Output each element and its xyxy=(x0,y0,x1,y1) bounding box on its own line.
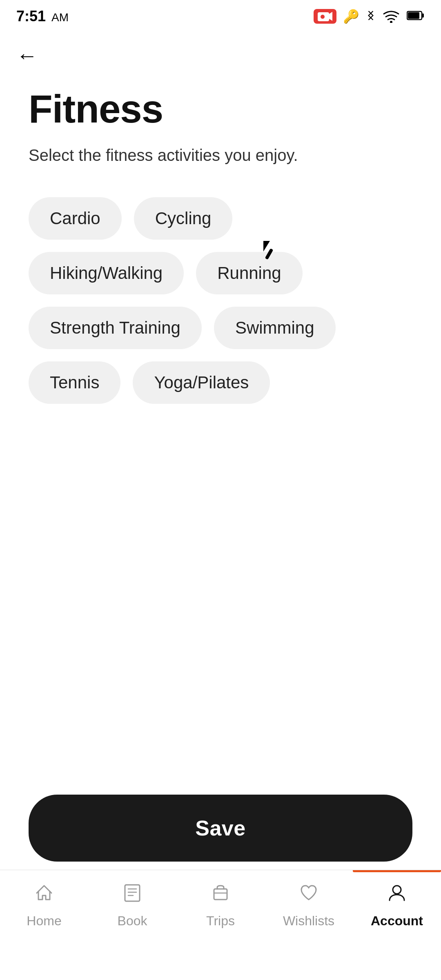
bluetooth-icon xyxy=(366,8,376,24)
svg-rect-5 xyxy=(422,13,424,18)
wishlists-icon xyxy=(298,882,319,909)
nav-label-account: Account xyxy=(371,913,423,929)
back-button[interactable]: ← xyxy=(0,33,441,78)
book-icon xyxy=(122,882,143,909)
trips-icon xyxy=(210,882,231,909)
nav-item-account[interactable]: Account xyxy=(353,882,441,929)
activity-chip-cycling[interactable]: Cycling xyxy=(134,197,233,240)
activity-chip-yoga[interactable]: Yoga/Pilates xyxy=(133,361,270,404)
camera-icon xyxy=(314,9,336,24)
status-bar: 7:51 AM 🔑 xyxy=(0,0,441,33)
activity-chip-swimming[interactable]: Swimming xyxy=(214,307,336,349)
home-icon xyxy=(33,882,55,909)
status-icons: 🔑 xyxy=(314,8,425,24)
save-button[interactable]: Save xyxy=(29,795,412,862)
activity-chip-tennis[interactable]: Tennis xyxy=(29,361,120,404)
bottom-nav: Home Book Trips Wishlis xyxy=(0,870,441,980)
key-icon: 🔑 xyxy=(343,9,359,24)
nav-label-book: Book xyxy=(118,913,147,929)
nav-label-wishlists: Wishlists xyxy=(283,913,334,929)
nav-label-trips: Trips xyxy=(206,913,235,929)
page-title: Fitness xyxy=(29,87,412,131)
activity-chip-hiking[interactable]: Hiking/Walking xyxy=(29,252,184,294)
status-ampm: AM xyxy=(51,11,69,24)
nav-item-book[interactable]: Book xyxy=(88,882,176,929)
active-indicator xyxy=(353,870,441,872)
svg-rect-11 xyxy=(214,889,227,900)
activities-container: Cardio Cycling Hiking/Walking Running St… xyxy=(29,197,396,404)
activity-chip-running[interactable]: Running xyxy=(196,252,302,294)
account-icon xyxy=(386,882,408,909)
nav-label-home: Home xyxy=(27,913,61,929)
activity-chip-strength[interactable]: Strength Training xyxy=(29,307,202,349)
wifi-icon xyxy=(382,8,400,24)
page-subtitle: Select the fitness activities you enjoy. xyxy=(29,146,412,165)
svg-rect-6 xyxy=(408,12,419,19)
activity-chip-cardio[interactable]: Cardio xyxy=(29,197,122,240)
save-button-container: Save xyxy=(29,795,412,862)
main-content: Fitness Select the fitness activities yo… xyxy=(0,78,441,486)
battery-icon xyxy=(407,10,425,23)
svg-point-3 xyxy=(390,21,392,23)
nav-item-wishlists[interactable]: Wishlists xyxy=(265,882,353,929)
status-time: 7:51 AM xyxy=(16,8,69,25)
svg-marker-1 xyxy=(329,12,332,21)
svg-point-13 xyxy=(393,886,401,894)
nav-item-home[interactable]: Home xyxy=(0,882,88,929)
svg-rect-7 xyxy=(125,885,140,901)
svg-point-2 xyxy=(321,15,325,19)
back-arrow-icon: ← xyxy=(16,44,38,67)
nav-item-trips[interactable]: Trips xyxy=(176,882,265,929)
